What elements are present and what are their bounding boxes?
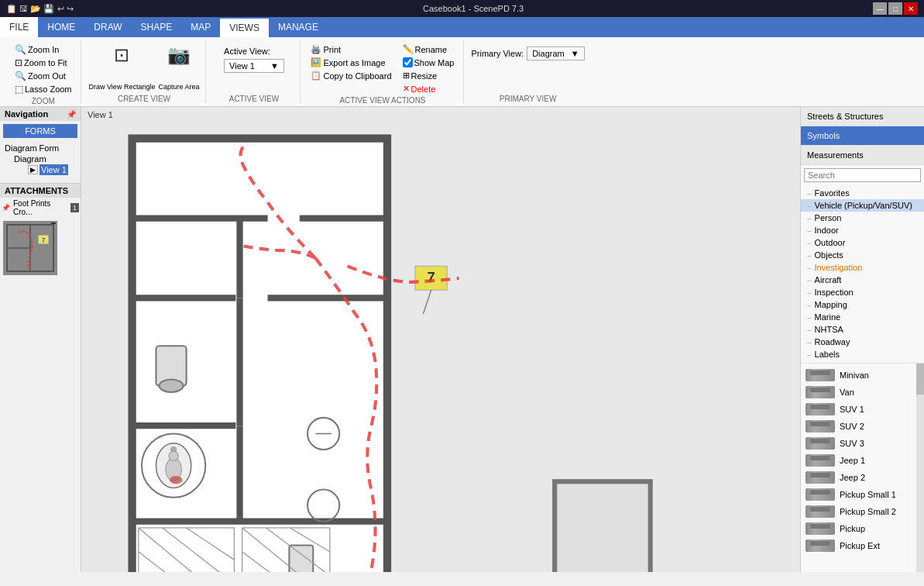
- symbol-pickup-small-2[interactable]: Pickup Small 2: [804, 503, 921, 520]
- menu-home[interactable]: HOME: [38, 17, 84, 37]
- print-btn[interactable]: 🖨️ Print: [308, 43, 393, 55]
- lasso-zoom-btn[interactable]: ⬚ Lasso Zoom: [12, 83, 74, 95]
- draw-view-rect-label: Draw View Rectangle: [89, 84, 156, 91]
- search-box: [804, 168, 921, 182]
- scrollbar-track[interactable]: [916, 364, 924, 572]
- menu-file[interactable]: FILE: [0, 17, 38, 37]
- canvas-area[interactable]: View 1: [81, 107, 800, 572]
- active-view-dropdown[interactable]: View 1 ▼: [224, 59, 284, 73]
- nav-tree-view1[interactable]: View 1: [40, 164, 68, 175]
- window-controls[interactable]: — □ ✕: [873, 2, 918, 15]
- jeep2-icon: [805, 471, 835, 484]
- ribbon: 🔍 Zoom In ⊡ Zoom to Fit 🔍 Zoom Out ⬚ Las…: [0, 37, 924, 107]
- cat-vehicle[interactable]: – Vehicle (Pickup/Van/SUV): [801, 199, 924, 212]
- svg-rect-44: [555, 481, 651, 572]
- cat-favorites[interactable]: – Favorites: [801, 187, 924, 199]
- thumb-badge: [51, 222, 56, 224]
- cat-roadway[interactable]: – Roadway: [801, 336, 924, 348]
- svg-line-43: [423, 290, 431, 314]
- symbol-pickup-ext[interactable]: Pickup Ext: [804, 537, 921, 554]
- show-map-checkbox[interactable]: Show Map: [400, 57, 457, 68]
- symbol-pickup-small-1[interactable]: Pickup Small 1: [804, 486, 921, 503]
- nav-tree-diagram[interactable]: Diagram: [12, 153, 77, 164]
- menu-draw[interactable]: DRAW: [84, 17, 131, 37]
- symbol-jeep2[interactable]: Jeep 2: [804, 469, 921, 486]
- nav-title: Navigation: [5, 109, 48, 119]
- create-view-label: CREATE VIEW: [118, 93, 170, 103]
- primary-view-label: Primary View:: [472, 49, 524, 58]
- canvas-view-label: View 1: [88, 110, 113, 119]
- cat-mapping[interactable]: – Mapping: [801, 298, 924, 311]
- symbol-suv1[interactable]: SUV 1: [804, 401, 921, 418]
- ribbon-primary-view-group: Primary View: Diagram ▼ PRIMARY VIEW: [465, 40, 591, 103]
- forms-btn[interactable]: FORMS: [3, 124, 77, 138]
- suv3-icon: [805, 437, 835, 450]
- nav-header[interactable]: Navigation 📌: [0, 107, 81, 121]
- tab-streets-structures[interactable]: Streets & Structures: [801, 107, 924, 126]
- svg-text:7: 7: [41, 236, 45, 244]
- main-area: Navigation 📌 FORMS Diagram Form Diagram …: [0, 107, 924, 572]
- menu-map[interactable]: MAP: [181, 17, 220, 37]
- nav-tree-diagram-form[interactable]: Diagram Form: [3, 143, 77, 153]
- capture-area-btn[interactable]: 📷: [163, 43, 194, 82]
- menu-shape[interactable]: SHAPE: [132, 17, 182, 37]
- zoom-fit-btn[interactable]: ⊡ Zoom to Fit: [12, 57, 74, 69]
- attachment-row[interactable]: 📌 Foot Prints Cro... 1: [0, 198, 81, 218]
- symbol-minivan[interactable]: Minivan: [804, 367, 921, 384]
- actions-group-label: ACTIVE VIEW ACTIONS: [339, 95, 425, 105]
- cat-investigation[interactable]: – Investigation: [801, 261, 924, 274]
- primary-view-group-label: PRIMARY VIEW: [500, 93, 557, 103]
- cat-nhtsa[interactable]: – NHTSA: [801, 323, 924, 336]
- maximize-btn[interactable]: □: [888, 2, 902, 15]
- zoom-out-btn[interactable]: 🔍 Zoom Out: [12, 70, 74, 82]
- scrollbar-thumb[interactable]: [916, 364, 924, 395]
- pickup-small2-icon: [805, 505, 835, 518]
- primary-view-dropdown[interactable]: Diagram ▼: [527, 47, 584, 60]
- cat-person[interactable]: – Person: [801, 212, 924, 224]
- copy-clipboard-btn[interactable]: 📋 Copy to Clipboard: [308, 70, 393, 81]
- attachment-badge: 1: [70, 203, 79, 212]
- symbol-jeep1[interactable]: Jeep 1: [804, 452, 921, 469]
- cat-outdoor[interactable]: – Outdoor: [801, 236, 924, 249]
- suv3-label: SUV 3: [840, 439, 864, 448]
- symbol-pickup[interactable]: Pickup: [804, 520, 921, 537]
- active-view-group-label: ACTIVE VIEW: [229, 93, 279, 103]
- view1-expand-icon[interactable]: ▶: [28, 165, 38, 174]
- ribbon-create-view-group: ⊡ Draw View Rectangle 📷 Capture Area CRE…: [83, 40, 207, 103]
- menu-manage[interactable]: MANAGE: [269, 17, 328, 37]
- active-view-label: Active View:: [224, 47, 270, 56]
- attachment-thumbnail[interactable]: 7: [3, 221, 57, 275]
- export-image-btn[interactable]: 🖼️ Export as Image: [308, 57, 393, 68]
- menu-views[interactable]: VIEWS: [220, 17, 269, 37]
- symbol-suv3[interactable]: SUV 3: [804, 435, 921, 452]
- close-btn[interactable]: ✕: [904, 2, 918, 15]
- ribbon-actions-group: 🖨️ Print 🖼️ Export as Image 📋 Copy to Cl…: [302, 40, 463, 103]
- symbol-suv2[interactable]: SUV 2: [804, 418, 921, 435]
- minivan-label: Minivan: [840, 371, 869, 380]
- suv2-label: SUV 2: [840, 422, 864, 431]
- nav-tree: Diagram Form Diagram ▶ View 1: [0, 141, 81, 177]
- cat-inspection[interactable]: – Inspection: [801, 286, 924, 298]
- ribbon-zoom-group: 🔍 Zoom In ⊡ Zoom to Fit 🔍 Zoom Out ⬚ Las…: [6, 40, 81, 103]
- cat-aircraft[interactable]: – Aircraft: [801, 274, 924, 286]
- title-bar: 📋 🖫 📂 💾 ↩ ↪ Casebook1 - ScenePD 7.3 — □ …: [0, 0, 924, 17]
- cat-marine[interactable]: – Marine: [801, 311, 924, 323]
- menu-bar: FILE HOME DRAW SHAPE MAP VIEWS MANAGE: [0, 17, 924, 37]
- cat-objects[interactable]: – Objects: [801, 249, 924, 261]
- cat-labels[interactable]: – Labels: [801, 348, 924, 360]
- tab-measurements[interactable]: Measurements: [801, 146, 924, 165]
- resize-btn[interactable]: ⊞ Resize: [400, 70, 457, 81]
- capture-area-label: Capture Area: [158, 84, 199, 91]
- van-label: Van: [840, 388, 854, 397]
- search-input[interactable]: [804, 168, 921, 182]
- draw-view-rect-btn[interactable]: ⊡: [109, 43, 134, 82]
- delete-btn[interactable]: ✕ Delete: [400, 83, 457, 95]
- minimize-btn[interactable]: —: [873, 2, 887, 15]
- zoom-in-btn[interactable]: 🔍 Zoom In: [12, 43, 74, 56]
- tab-symbols[interactable]: Symbols: [801, 126, 924, 146]
- suv1-label: SUV 1: [840, 405, 864, 414]
- cat-indoor[interactable]: – Indoor: [801, 224, 924, 236]
- rename-btn[interactable]: ✏️ Rename: [400, 43, 457, 55]
- minivan-icon: [805, 369, 835, 381]
- symbol-van[interactable]: Van: [804, 384, 921, 401]
